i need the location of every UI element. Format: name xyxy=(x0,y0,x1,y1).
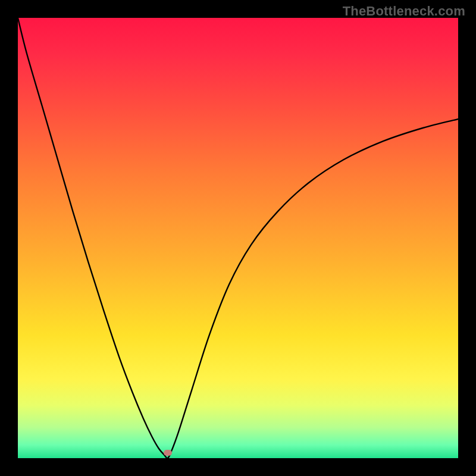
watermark-text: TheBottleneck.com xyxy=(343,4,465,19)
bottleneck-curve xyxy=(18,18,458,458)
plot-area xyxy=(18,18,458,458)
chart-frame: TheBottleneck.com xyxy=(0,0,476,476)
min-marker xyxy=(164,450,172,456)
